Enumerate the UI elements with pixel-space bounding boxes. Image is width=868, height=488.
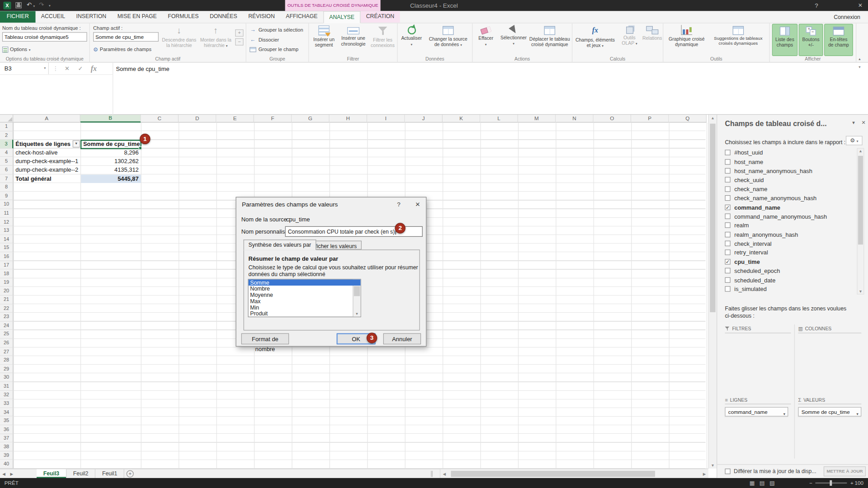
column-header-j[interactable]: J [405,115,443,122]
expand-field-button[interactable]: + [235,29,243,37]
row-header-13[interactable]: 13 [0,226,13,235]
row-header-21[interactable]: 21 [0,296,13,304]
row-header-36[interactable]: 36 [0,425,13,434]
pivot-name-input[interactable]: Tableau croisé dynamique5 [2,32,87,42]
help-button[interactable]: ? [810,0,823,11]
name-box-dropdown-icon[interactable]: ▾ [41,63,49,75]
field-checkbox-check-interval[interactable] [725,241,730,246]
field-checkbox-check-name[interactable] [725,186,730,192]
row-header-30[interactable]: 30 [0,373,13,382]
row-header-4[interactable]: 4 [0,149,13,157]
row-header-18[interactable]: 18 [0,270,13,278]
scroll-down-icon[interactable]: ▼ [709,464,717,468]
undo-dropdown-icon[interactable]: ▾ [33,4,35,8]
filter-connections-button[interactable]: Filtrer les connexions [369,24,396,56]
scroll-up-icon[interactable]: ▲ [709,116,717,120]
close-button[interactable]: ✕ [853,0,868,11]
field-checkbox-host-uuid[interactable] [725,150,730,155]
column-header-k[interactable]: K [443,115,480,122]
insert-slicer-button[interactable]: Insérer un segment [310,24,338,56]
tools-gear-button[interactable]: ⚙ ▾ [846,136,863,145]
row-header-24[interactable]: 24 [0,322,13,330]
row-header-19[interactable]: 19 [0,278,13,287]
pivot-options-button[interactable]: Options ▾ [2,45,31,54]
column-header-g[interactable]: G [292,115,329,122]
scroll-left-icon[interactable]: ◀ [440,469,448,479]
pivot-cell-a4[interactable]: check-host-alive [14,149,80,157]
new-sheet-button[interactable]: + [127,470,134,478]
scroll-right-icon[interactable]: ▶ [700,469,708,479]
field-checkbox-retry-interval[interactable] [725,250,730,255]
field-row-is-simulated[interactable]: is_simulated [725,284,856,293]
field-row-check-interval[interactable]: check_interval [725,239,856,248]
row-header-14[interactable]: 14 [0,235,13,244]
ribbon-tab-fichier[interactable]: FICHIER [0,11,36,23]
row-header-25[interactable]: 25 [0,330,13,339]
column-header-d[interactable]: D [179,115,216,122]
horizontal-scrollbar-thumb[interactable] [451,471,655,477]
row-header-22[interactable]: 22 [0,304,13,313]
sheet-nav-right-icon[interactable]: ▶ [8,469,15,479]
column-header-b[interactable]: B [80,115,141,122]
row-header-11[interactable]: 11 [0,209,13,218]
excel-logo-icon[interactable]: X [3,2,11,9]
ungroup-button[interactable]: → Dissocier [250,37,279,42]
scroll-down-icon[interactable]: ▼ [858,290,863,294]
ribbon-tab-donn-es[interactable]: DONNÉES [204,11,243,23]
column-header-f[interactable]: F [254,115,292,122]
dialog-close-icon[interactable]: ✕ [409,197,426,211]
summary-option-min[interactable]: Min [249,304,361,310]
ribbon-tab-insertion[interactable]: INSERTION [71,11,112,23]
sheet-tab-feuil1[interactable]: Feuil1 [95,469,124,478]
ribbon-tab-r-vision[interactable]: RÉVISION [243,11,280,23]
defer-layout-checkbox[interactable] [725,469,730,474]
tab-splitter-handle[interactable] [431,471,433,477]
rows-drop-zone[interactable]: command_name▼ [725,407,793,418]
summary-option-max[interactable]: Max [249,298,361,305]
sheet-tab-feuil2[interactable]: Feuil2 [66,469,95,478]
field-headers-toggle[interactable]: En-têtes de champ [824,24,853,56]
row-header-37[interactable]: 37 [0,434,13,442]
restore-button[interactable] [836,0,849,11]
pivot-cell-a6[interactable]: dump-check-example--2 [14,166,80,174]
field-row-command-name[interactable]: ✓command_name [725,202,856,211]
field-row-scheduled-epoch[interactable]: scheduled_epoch [725,266,856,275]
pane-close-icon[interactable]: ✕ [859,120,868,125]
row-header-1[interactable]: 1 [0,122,13,131]
clear-button[interactable]: Effacer ▾ [474,24,498,56]
ribbon-tab-cr-ation[interactable]: CRÉATION [360,11,400,23]
row-header-5[interactable]: 5 [0,157,13,166]
summary-option-somme[interactable]: Somme [249,280,361,286]
field-row-realm-anonymous-hash[interactable]: realm_anonymous_hash [725,230,856,239]
view-normal-icon[interactable]: ▦ [748,478,757,488]
scroll-up-icon[interactable]: ▲ [858,149,863,153]
column-header-i[interactable]: I [367,115,405,122]
collapse-ribbon-icon[interactable]: ▴ [859,56,860,61]
active-field-input[interactable]: Somme de cpu_time [93,32,159,42]
summary-function-listbox[interactable]: ▲ ▼ SommeNombreMoyenneMaxMinProduit [248,279,361,317]
minimize-button[interactable] [822,0,834,11]
pivot-cell-a7[interactable]: Total général [14,174,80,183]
row-header-16[interactable]: 16 [0,252,13,261]
ribbon-tab-formules[interactable]: FORMULES [162,11,204,23]
row-header-33[interactable]: 33 [0,399,13,408]
group-field-button[interactable]: Grouper le champ [250,47,298,52]
row-header-20[interactable]: 20 [0,287,13,296]
plus-minus-buttons-toggle[interactable]: Boutons +/- [799,24,823,56]
select-button[interactable]: Sélectionner ▾ [499,24,528,56]
change-data-source-button[interactable]: Changer la source de données ▾ [425,24,471,56]
field-row-host-name-anonymous-hash[interactable]: host_name_anonymous_hash [725,166,856,175]
row-header-29[interactable]: 29 [0,365,13,373]
update-button[interactable]: METTRE À JOUR [824,466,866,476]
row-header-38[interactable]: 38 [0,443,13,451]
fields-items-sets-button[interactable]: fx Champs, éléments et jeux ▾ [574,24,617,56]
refresh-button[interactable]: Actualiser ▾ [399,24,424,56]
field-row-realm[interactable]: realm [725,221,856,230]
field-list-toggle-button[interactable]: Liste des champs [772,24,797,56]
pivot-cell-b5[interactable]: 1302,262 [81,157,141,166]
column-header-q[interactable]: Q [669,115,707,122]
field-checkbox-realm-anonymous-hash[interactable] [725,232,730,237]
field-row-check-name[interactable]: check_name [725,184,856,193]
pivot-cell-b7[interactable]: 5445,87 [81,174,141,183]
field-row-check-name-anonymous-hash[interactable]: check_name_anonymous_hash [725,193,856,202]
